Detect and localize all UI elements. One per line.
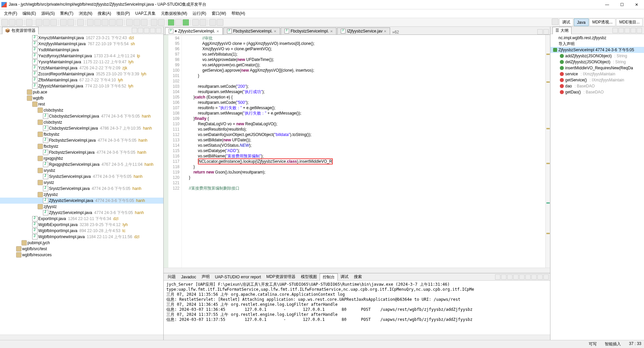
tree-item[interactable]: fbcbystz [0, 143, 163, 149]
close-tab-icon[interactable]: ✕ [384, 29, 386, 33]
tree-item[interactable]: XmyszbMaintainImpl.java1627 23-3-21 下午2:… [0, 35, 163, 41]
tree-item[interactable]: clsbcbysbz [0, 107, 163, 113]
bottom-tab[interactable]: MDP资源管理器 [264, 273, 298, 280]
menu-item[interactable]: 窗口(W) [209, 11, 229, 16]
tree-item[interactable]: WgbfbImportImpl.java894 22-10-28 上午4:53t… [0, 228, 163, 234]
outline-max-button[interactable] [637, 28, 642, 33]
tree-item[interactable]: clsbcbystz [0, 119, 163, 125]
perspective-button[interactable]: Java [574, 18, 588, 26]
tool-5[interactable] [116, 19, 123, 26]
menu-item[interactable]: 浏览(N) [76, 11, 95, 16]
menu-item[interactable]: 搜索(A) [95, 11, 114, 16]
editor-tab[interactable]: ZjfyysbzServiceImpl.✕ [165, 27, 223, 34]
tree-item[interactable]: YztzMaintainImpl.java4726 24-2-22 下午2:09… [0, 65, 163, 71]
outline-filter-button[interactable] [619, 28, 624, 33]
tree-item[interactable]: RgxqgsjhbzServiceImpl.java4767 24-3-5 上午… [0, 161, 163, 167]
tree-item[interactable]: fbcbysbz [0, 131, 163, 137]
run-button[interactable] [43, 19, 50, 26]
perspective-button[interactable]: MDP透视... [589, 18, 616, 26]
bottom-tab[interactable]: 控制台 [320, 273, 338, 281]
maximize-button[interactable]: ☐ [616, 1, 628, 9]
menu-item[interactable]: 文件(F) [1, 11, 20, 16]
new-pkg-button[interactable] [60, 19, 67, 26]
editor-tab[interactable]: IZjfyysbzService.jav✕ [337, 27, 390, 34]
run-arrow[interactable] [182, 19, 189, 26]
run-green[interactable] [168, 19, 174, 26]
tree-h-scroll[interactable] [0, 335, 163, 340]
outline-item[interactable]: delZjfyysbz(JSONObject): String [550, 59, 644, 65]
editor-max-button[interactable] [543, 29, 549, 34]
terminate-button[interactable] [495, 274, 500, 280]
bottom-tab[interactable]: 调试 [338, 273, 351, 280]
build-button[interactable] [26, 19, 33, 26]
tree-item[interactable]: ZjfyystzServiceImpl.java4774 24-3-6 下午5:… [0, 210, 163, 216]
tree-item[interactable]: ZccordReportMaintainImpl.java3525 23-10-… [0, 71, 163, 77]
package-explorer-tab[interactable]: 📦 包资源管理器 [2, 27, 39, 34]
menu-item[interactable]: UAP工具集 [132, 11, 158, 16]
clear-button[interactable] [507, 274, 513, 280]
tool-8[interactable] [141, 19, 148, 26]
tool-4[interactable] [109, 19, 116, 26]
run-last-button[interactable] [50, 19, 57, 26]
code-editor[interactable]: 9495969798991001011021031041051061071081… [164, 35, 550, 268]
tree-item[interactable]: ExportImpl.java1264 22-12-11 下午6:34dzl [0, 216, 163, 222]
tool-2[interactable] [94, 19, 101, 26]
collapse-all-button[interactable] [132, 28, 137, 33]
close-tab-icon[interactable]: ✕ [274, 29, 276, 33]
tree-item[interactable]: ClsbcbysbzServiceImpl.java4774 24-3-6 下午… [0, 113, 163, 119]
tree-item[interactable]: FbcbystzServiceImpl.java4774 24-3-6 下午5:… [0, 149, 163, 155]
tree-item[interactable]: ClsbcbystzServiceImpl.java4786 24-3-7 上午… [0, 125, 163, 131]
pin-button[interactable] [519, 274, 525, 280]
bottom-tab[interactable]: 模型视图 [298, 273, 320, 280]
tree-item[interactable]: FbcbysbzServiceImpl.java4774 24-3-6 下午5:… [0, 137, 163, 143]
new-class-button[interactable] [67, 19, 74, 26]
tool-9[interactable] [151, 19, 157, 26]
tree-item[interactable]: srystz [0, 180, 163, 186]
editor-tab[interactable]: FbcbystzServiceImpl.✕ [281, 27, 336, 34]
outline-item[interactable]: getService(): IXmzjfyysMaintain [550, 77, 644, 83]
tree-item[interactable]: YsdbMaintainImpl.java [0, 47, 163, 53]
open-button[interactable] [531, 274, 537, 280]
close-button[interactable]: ✕ [631, 1, 643, 9]
forward-button[interactable] [217, 19, 223, 26]
menu-item[interactable]: 重构(T) [57, 11, 76, 16]
tool-1[interactable] [87, 19, 94, 26]
tree-item[interactable]: SrystzServiceImpl.java4774 24-3-6 下午5:05… [0, 186, 163, 192]
bottom-tab[interactable]: 搜索 [351, 273, 365, 280]
bottom-tab[interactable]: UAP-STUDIO error report [212, 274, 264, 280]
outline-tab[interactable]: ☰ 大纲 [552, 27, 572, 34]
new-button[interactable] [1, 19, 8, 26]
editor-tab[interactable]: FbcbysbzServiceImpl.✕ [223, 27, 280, 34]
minimize-view-button[interactable] [150, 28, 155, 33]
tree-item[interactable]: ZjfyysbzServiceImpl.java4774 24-3-6 下午5:… [0, 198, 163, 204]
tree-item[interactable]: pub.ace [0, 89, 163, 95]
open-perspective-button[interactable] [552, 18, 558, 25]
tree-item[interactable]: wgbfb/resources [0, 252, 163, 258]
outline-item[interactable]: 导入声明 [550, 41, 644, 47]
perspective-button[interactable]: 调试 [559, 18, 573, 26]
tree-item[interactable]: XmzjfyysMaintainImpl.java767 22-10-19 下午… [0, 41, 163, 47]
search-button[interactable] [77, 19, 84, 26]
tree-item[interactable]: srysbz [0, 167, 163, 173]
outline-item[interactable]: ZjfyysbzServiceImpl 4774 24-3-6 下午5:05 [550, 47, 644, 53]
scroll-lock-button[interactable] [513, 274, 519, 280]
maximize-view-button[interactable] [156, 28, 161, 33]
menu-item[interactable]: 编辑(E) [20, 11, 39, 16]
outline-item[interactable]: nc.impl.wgbfb.rest.zjfyysbz [550, 35, 644, 41]
minimize-button[interactable]: — [601, 1, 613, 9]
editor-overflow[interactable]: »62 [392, 30, 399, 34]
editor-h-scroll[interactable] [164, 268, 550, 273]
save-all-button[interactable] [16, 19, 23, 26]
tree-item[interactable]: wgbfb/src/test [0, 246, 163, 252]
menu-item[interactable]: 源码(S) [39, 11, 57, 16]
bottom-tab[interactable]: Javadoc [178, 274, 199, 280]
bottom-tab[interactable]: 声明 [199, 273, 212, 280]
menu-item[interactable]: 帮助(H) [229, 11, 248, 16]
console-h-scroll[interactable] [164, 335, 550, 340]
back-button[interactable] [209, 19, 216, 26]
editor-min-button[interactable] [537, 29, 543, 34]
outline-item[interactable]: addZjfyysbz(JSONObject): String [550, 53, 644, 59]
outline-tree[interactable]: nc.impl.wgbfb.rest.zjfyysbz导入声明ZjfyysbzS… [550, 34, 644, 340]
min-button[interactable] [537, 274, 543, 280]
menu-item[interactable]: 运行(R) [190, 11, 209, 16]
